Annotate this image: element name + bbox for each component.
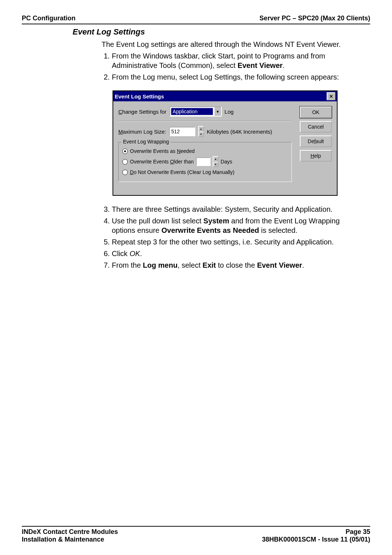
step-7: From the Log menu, select Exit to close … [112,260,356,270]
page-header: PC Configuration Server PC – SPC20 (Max … [22,15,370,22]
max-log-size-label: Maximum Log Size: [118,129,166,135]
step-5: Repeat step 3 for the other two settings… [112,237,356,247]
radio-overwrite-older[interactable]: Overwrite Events Older than ▲ ▼ Days [122,156,288,167]
days-input[interactable] [196,157,211,166]
event-log-wrapping-group: Event Log Wrapping Overwrite Events as N… [118,142,292,182]
chevron-down-icon[interactable]: ▼ [214,107,221,116]
radio-do-not-overwrite[interactable]: Do Not Overwrite Events (Clear Log Manua… [122,169,288,175]
spinner-up-icon[interactable]: ▲ [198,126,204,131]
footer-right-2: 38HBK00001SCM - Issue 11 (05/01) [262,536,370,543]
dialog-screenshot: Event Log Settings ✕ Change Settings for… [113,90,338,196]
help-button[interactable]: Help [300,150,332,162]
dialog-title: Event Log Settings [115,93,327,100]
t: Log menu [143,261,178,269]
radio-overwrite-needed[interactable]: Overwrite Events as Needed [122,148,288,154]
log-type-combobox[interactable]: Application ▼ [170,106,222,117]
step-1-bold: Event Viewer [237,61,282,69]
max-log-size-row: Maximum Log Size: 512 ▲ ▼ Kilobytes (64K… [118,126,292,137]
radio-label: Overwrite Events Older than [130,159,194,165]
t: to close the [216,261,257,269]
spinner-down-icon[interactable]: ▼ [198,131,204,137]
t: Click [112,250,130,258]
log-suffix-label: Log [225,109,234,115]
t: OK [130,250,140,258]
header-left: PC Configuration [22,15,75,22]
radio-icon[interactable] [122,170,128,175]
t: Exit [203,261,216,269]
radio-icon[interactable] [122,159,128,165]
ok-button[interactable]: OK [300,106,332,118]
t: . [302,261,304,269]
radio-icon[interactable] [122,149,128,154]
header-right: Server PC – SPC20 (Max 20 Clients) [260,15,370,22]
kilobytes-label: Kilobytes (64K Increments) [207,129,272,135]
footer-rule [22,526,370,527]
t: System [203,217,229,225]
step-1: From the Windows taskbar, click Start, p… [112,51,356,70]
t: From the [112,261,143,269]
footer-right-1: Page 35 [262,528,370,536]
page-footer: INDeX Contact Centre Modules Installatio… [22,523,370,543]
days-spinner[interactable]: ▲ ▼ [213,156,219,167]
footer-left-1: INDeX Contact Centre Modules [22,528,118,536]
radio-label: Do Not Overwrite Events (Clear Log Manua… [130,169,234,175]
t: is selected. [259,226,298,234]
combobox-selected: Application [171,108,213,115]
header-rule [22,24,370,24]
t: . [140,250,142,258]
group-legend: Event Log Wrapping [122,139,171,145]
steps-list-1: From the Windows taskbar, click Start, p… [102,51,356,82]
intro-text: The Event Log settings are altered throu… [102,40,356,49]
default-button[interactable]: Default [300,135,332,147]
step-4: Use the pull down list select System and… [112,216,356,235]
steps-list-2: There are three Settings available: Syst… [102,204,356,270]
max-log-size-spinner[interactable]: ▲ ▼ [198,126,204,137]
t: , select [177,261,203,269]
step-3: There are three Settings available: Syst… [112,204,356,214]
step-6: Click OK. [112,249,356,258]
dialog-separator [118,121,292,122]
t: Use the pull down list select [112,217,203,225]
section-title: Event Log Settings [73,27,370,37]
step-2: From the Log menu, select Log Settings, … [112,72,356,82]
footer-left-2: Installation & Maintenance [22,536,118,543]
change-settings-label: Change Settings for [118,109,167,115]
event-log-settings-dialog: Event Log Settings ✕ Change Settings for… [113,90,338,196]
cancel-button[interactable]: Cancel [300,121,332,133]
days-label: Days [221,159,232,165]
step-1-text: From the Windows taskbar, click Start, p… [112,52,325,69]
step-1-end: . [283,61,285,69]
dialog-titlebar: Event Log Settings ✕ [113,91,337,101]
radio-label: Overwrite Events as Needed [130,148,195,154]
max-log-size-input[interactable]: 512 [169,127,195,136]
t: Event Viewer [257,261,302,269]
t: Overwrite Events as Needed [162,226,259,234]
close-icon[interactable]: ✕ [327,92,335,100]
spinner-up-icon[interactable]: ▲ [213,156,219,162]
spinner-down-icon[interactable]: ▼ [213,162,219,167]
